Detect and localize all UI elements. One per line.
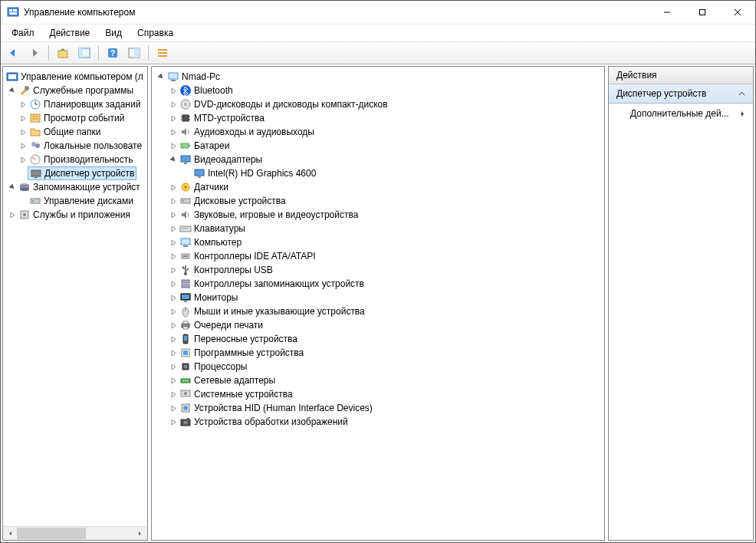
camera-icon: [179, 416, 192, 428]
expander-closed-icon[interactable]: [169, 417, 178, 426]
help-button[interactable]: ?: [104, 44, 122, 62]
device-category[interactable]: Контроллеры USB: [152, 263, 604, 277]
device-category[interactable]: Bluetooth: [152, 84, 604, 97]
forward-button[interactable]: [25, 44, 44, 62]
device-item[interactable]: Intel(R) HD Graphics 4600: [152, 166, 604, 180]
expander-open-icon[interactable]: [8, 86, 17, 95]
tree-task-scheduler[interactable]: Планировщик заданий: [3, 97, 147, 111]
tree-local-users[interactable]: Локальные пользовате: [3, 139, 147, 153]
device-category[interactable]: Очереди печати: [152, 318, 604, 332]
tree-performance[interactable]: Производительность: [3, 153, 147, 166]
tree-root[interactable]: Управление компьютером (л: [3, 70, 147, 84]
svg-rect-81: [183, 321, 188, 324]
expander-open-icon[interactable]: [8, 183, 17, 192]
expander-closed-icon[interactable]: [169, 390, 178, 399]
device-category[interactable]: Устройства обработки изображений: [152, 415, 604, 429]
scroll-thumb[interactable]: [17, 528, 86, 539]
expander-closed-icon[interactable]: [169, 114, 178, 123]
tree-storage[interactable]: Запоминающие устройст: [3, 180, 147, 194]
scroll-right-arrow[interactable]: [133, 528, 146, 539]
device-category[interactable]: DVD-дисководы и дисководы компакт-дисков: [152, 97, 604, 111]
back-button[interactable]: [4, 44, 22, 62]
console-tree[interactable]: Управление компьютером (л Служебные прог…: [3, 67, 147, 526]
device-category[interactable]: Процессоры: [152, 360, 604, 374]
event-icon: [29, 112, 41, 124]
tree-services-apps[interactable]: Службы и приложения: [3, 208, 147, 222]
device-category[interactable]: Сетевые адаптеры: [152, 374, 604, 387]
device-category[interactable]: Устройства HID (Human Interface Devices): [152, 401, 604, 415]
expander-closed-icon[interactable]: [169, 224, 178, 233]
expander-closed-icon[interactable]: [169, 321, 178, 330]
expander-closed-icon[interactable]: [169, 100, 178, 109]
expander-closed-icon[interactable]: [169, 334, 178, 344]
expander-closed-icon[interactable]: [169, 183, 178, 192]
console-tree-button[interactable]: [125, 44, 143, 62]
show-hide-tree-button[interactable]: [75, 44, 94, 62]
expander-closed-icon[interactable]: [169, 307, 178, 316]
toolbar-separator: [48, 45, 49, 61]
device-category[interactable]: Компьютер: [152, 235, 604, 249]
tree-device-manager[interactable]: Диспетчер устройств: [3, 166, 147, 180]
device-category[interactable]: Видеоадаптеры: [152, 153, 604, 166]
svg-point-96: [183, 406, 188, 410]
details-view-button[interactable]: [153, 44, 172, 62]
expander-closed-icon[interactable]: [18, 141, 28, 150]
expander-closed-icon[interactable]: [18, 100, 28, 109]
up-level-button[interactable]: [54, 44, 72, 62]
expander-closed-icon[interactable]: [18, 114, 28, 123]
actions-more-link[interactable]: Дополнительные дей...: [609, 104, 753, 123]
device-category[interactable]: MTD-устройства: [152, 111, 604, 125]
expander-closed-icon[interactable]: [169, 127, 178, 137]
expander-closed-icon[interactable]: [169, 348, 178, 357]
expander-closed-icon[interactable]: [169, 252, 178, 261]
collapse-icon: [738, 90, 745, 97]
device-category[interactable]: Контроллеры IDE ATA/ATAPI: [152, 249, 604, 263]
expander-closed-icon[interactable]: [169, 86, 178, 95]
device-category[interactable]: Контроллеры запоминающих устройств: [152, 277, 604, 291]
device-root[interactable]: Nmad-Pc: [152, 70, 604, 84]
device-category[interactable]: Клавиатуры: [152, 222, 604, 235]
expander-closed-icon[interactable]: [8, 210, 17, 219]
device-category[interactable]: Датчики: [152, 180, 604, 194]
device-category[interactable]: Системные устройства: [152, 387, 604, 401]
expander-closed-icon[interactable]: [18, 155, 28, 164]
device-category[interactable]: Мыши и иные указывающие устройства: [152, 304, 604, 318]
minimize-button[interactable]: [649, 1, 685, 24]
usb-icon: [179, 264, 192, 276]
expander-closed-icon[interactable]: [169, 362, 178, 371]
expander-closed-icon[interactable]: [169, 279, 178, 288]
expander-closed-icon[interactable]: [169, 265, 178, 275]
tree-system-tools[interactable]: Служебные программы: [3, 84, 147, 97]
expander-closed-icon[interactable]: [169, 376, 178, 385]
scroll-left-arrow[interactable]: [4, 528, 17, 539]
menu-help[interactable]: Справка: [131, 26, 179, 40]
device-category[interactable]: Батареи: [152, 139, 604, 153]
device-tree[interactable]: Nmad-Pc Bluetooth DVD-дисководы и дисков…: [152, 67, 604, 540]
tree-event-viewer[interactable]: Просмотр событий: [3, 111, 147, 125]
svg-rect-44: [182, 115, 189, 121]
close-button[interactable]: [720, 1, 755, 24]
maximize-button[interactable]: [685, 1, 720, 24]
expander-closed-icon[interactable]: [169, 403, 178, 413]
device-category[interactable]: Аудиовходы и аудиовыходы: [152, 125, 604, 139]
device-category[interactable]: Дисковые устройства: [152, 194, 604, 208]
tree-disk-management[interactable]: Управление дисками: [3, 194, 147, 208]
device-category[interactable]: Звуковые, игровые и видеоустройства: [152, 208, 604, 222]
expander-open-icon[interactable]: [169, 155, 178, 164]
device-category[interactable]: Переносные устройства: [152, 332, 604, 346]
actions-section-header[interactable]: Диспетчер устройств: [609, 84, 753, 104]
device-category[interactable]: Программные устройства: [152, 346, 604, 360]
expander-open-icon[interactable]: [156, 72, 166, 81]
expander-closed-icon[interactable]: [169, 141, 178, 150]
device-category[interactable]: Мониторы: [152, 291, 604, 304]
menu-file[interactable]: Файл: [5, 26, 41, 40]
tree-shared-folders[interactable]: Общие папки: [3, 125, 147, 139]
expander-closed-icon[interactable]: [18, 127, 28, 137]
expander-closed-icon[interactable]: [169, 196, 178, 206]
horizontal-scrollbar[interactable]: [3, 526, 147, 540]
expander-closed-icon[interactable]: [169, 238, 178, 247]
menu-view[interactable]: Вид: [99, 26, 128, 40]
expander-closed-icon[interactable]: [169, 210, 178, 219]
expander-closed-icon[interactable]: [169, 293, 178, 302]
menu-action[interactable]: Действие: [44, 26, 97, 40]
